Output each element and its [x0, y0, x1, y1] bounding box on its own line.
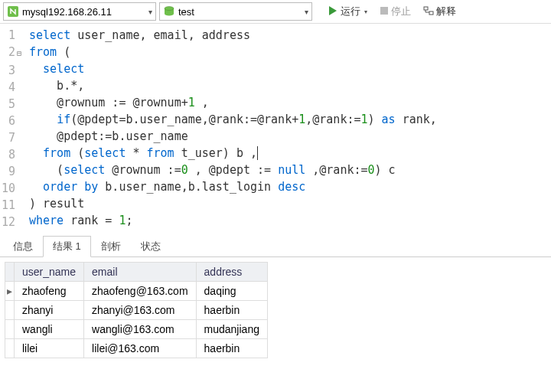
- svg-rect-3: [380, 7, 388, 15]
- connection-selector[interactable]: mysql192.168.26.11 ▾: [3, 2, 156, 21]
- cell[interactable]: haerbin: [196, 339, 267, 358]
- column-header[interactable]: email: [84, 263, 197, 282]
- sql-editor[interactable]: 1 2 ⊟3 4 5 6 7 8 9 10 11 12 select user_…: [0, 24, 551, 230]
- cell[interactable]: daqing: [196, 282, 267, 301]
- chevron-down-icon: ▾: [148, 8, 152, 16]
- cell[interactable]: zhaofeng@163.com: [84, 282, 197, 301]
- header-row: user_nameemailaddress: [5, 263, 268, 282]
- tab-信息[interactable]: 信息: [3, 236, 43, 257]
- play-icon: [328, 5, 338, 18]
- run-button[interactable]: 运行 ▾: [323, 2, 372, 21]
- cell[interactable]: lilei: [15, 339, 84, 358]
- database-label: test: [178, 6, 194, 18]
- cell[interactable]: zhaofeng: [15, 282, 84, 301]
- stop-label: 停止: [391, 5, 411, 18]
- cell[interactable]: wangli@163.com: [84, 320, 197, 339]
- run-label: 运行: [341, 5, 360, 18]
- dropdown-icon: ▾: [364, 8, 367, 15]
- cell[interactable]: mudanjiang: [196, 320, 267, 339]
- table-row[interactable]: lileililei@163.comhaerbin: [5, 339, 268, 358]
- cell[interactable]: haerbin: [196, 301, 267, 320]
- results-table[interactable]: user_nameemailaddress ▸zhaofengzhaofeng@…: [5, 262, 268, 358]
- result-tabs: 信息结果 1剖析状态: [0, 235, 551, 257]
- svg-rect-5: [429, 11, 433, 15]
- line-gutter: 1 2 ⊟3 4 5 6 7 8 9 10 11 12: [0, 27, 28, 230]
- tab-状态[interactable]: 状态: [131, 236, 171, 257]
- connection-label: mysql192.168.26.11: [22, 6, 112, 18]
- cell[interactable]: zhanyi@163.com: [84, 301, 197, 320]
- column-header[interactable]: address: [196, 263, 267, 282]
- table-row[interactable]: ▸zhaofengzhaofeng@163.comdaqing: [5, 282, 268, 301]
- svg-rect-4: [424, 7, 428, 10]
- column-header[interactable]: user_name: [15, 263, 84, 282]
- table-row[interactable]: zhanyizhanyi@163.comhaerbin: [5, 301, 268, 320]
- connection-icon: [7, 5, 19, 18]
- cell[interactable]: lilei@163.com: [84, 339, 197, 358]
- stop-icon: [380, 6, 389, 18]
- database-selector[interactable]: test ▾: [159, 2, 312, 21]
- tab-结果 1[interactable]: 结果 1: [43, 236, 91, 257]
- explain-button[interactable]: 解释: [419, 2, 461, 21]
- toolbar: mysql192.168.26.11 ▾ test ▾ 运行 ▾ 停止 解释: [0, 0, 551, 24]
- database-icon: [163, 5, 175, 18]
- explain-label: 解释: [436, 5, 456, 18]
- table-row[interactable]: wangliwangli@163.commudanjiang: [5, 320, 268, 339]
- explain-icon: [423, 5, 434, 18]
- cell[interactable]: zhanyi: [15, 301, 84, 320]
- tab-剖析[interactable]: 剖析: [91, 236, 131, 257]
- stop-button[interactable]: 停止: [375, 2, 416, 21]
- cell[interactable]: wangli: [15, 320, 84, 339]
- code-area[interactable]: select user_name, email, addressfrom ( s…: [28, 27, 551, 230]
- chevron-down-icon: ▾: [305, 8, 308, 16]
- results-body: ▸zhaofengzhaofeng@163.comdaqingzhanyizha…: [5, 282, 268, 358]
